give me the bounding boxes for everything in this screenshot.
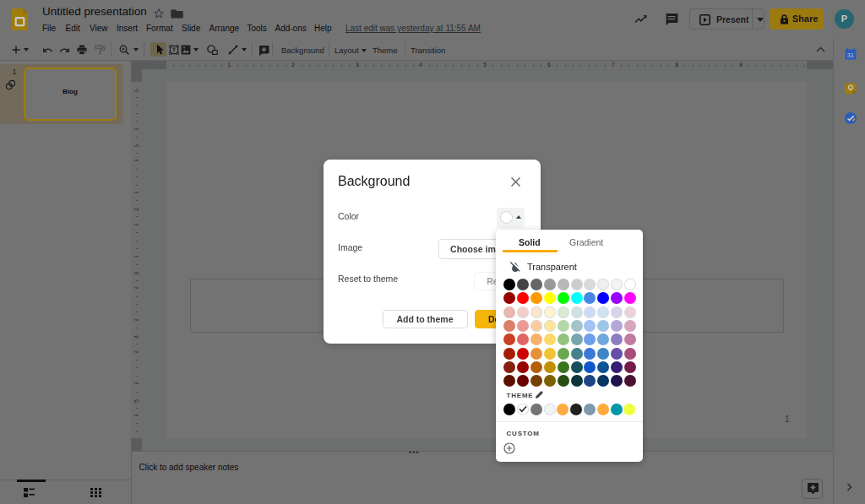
- svg-text:31: 31: [847, 52, 854, 58]
